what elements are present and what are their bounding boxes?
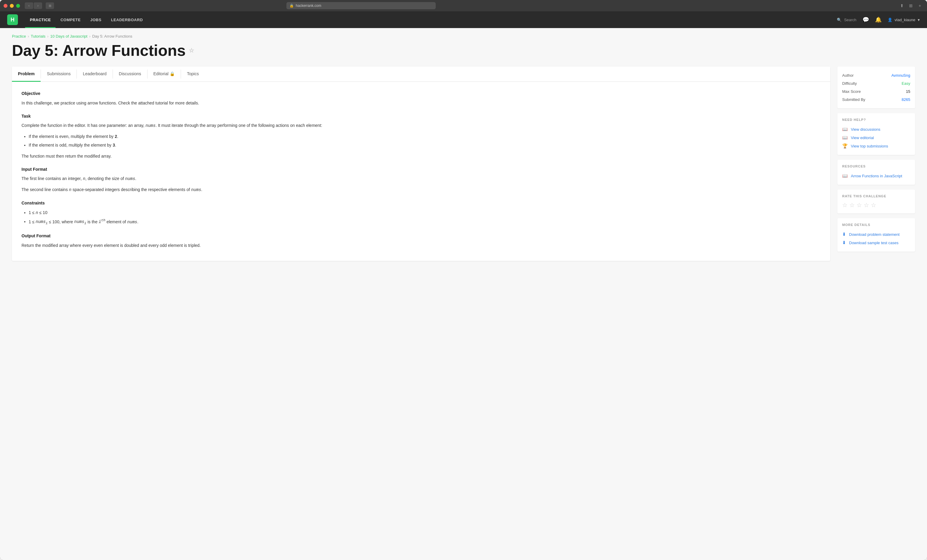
- author-value[interactable]: AvmnuSng: [892, 73, 910, 77]
- app-navbar: H PRACTICE COMPETE JOBS LEADERBOARD 🔍 Se…: [0, 11, 927, 28]
- meta-submitted-by-row: Submitted By 8265: [842, 96, 910, 103]
- favorite-star-icon[interactable]: ☆: [189, 47, 194, 54]
- sidebar-toggle-button[interactable]: ⊞: [46, 2, 54, 9]
- breadcrumb-practice[interactable]: Practice: [12, 34, 26, 38]
- editorial-icon: 📖: [842, 135, 848, 140]
- view-editorial-link[interactable]: 📖 View editorial: [842, 134, 910, 142]
- input-format-title: Input Format: [21, 166, 821, 173]
- difficulty-label: Difficulty: [842, 81, 857, 86]
- content-area: Problem Submissions Leaderboard Discussi…: [12, 67, 830, 261]
- back-button[interactable]: ‹: [25, 2, 33, 9]
- more-details-header: MORE DETAILS: [842, 223, 910, 226]
- page-title: Day 5: Arrow Functions: [12, 41, 186, 59]
- star-5[interactable]: ☆: [871, 202, 876, 209]
- main-layout: Problem Submissions Leaderboard Discussi…: [12, 67, 915, 261]
- breadcrumb-sep-1: ›: [28, 34, 29, 38]
- submitted-by-label: Submitted By: [842, 97, 865, 102]
- breadcrumb-10days[interactable]: 10 Days of Javascript: [50, 34, 87, 38]
- view-discussions-label: View discussions: [851, 127, 880, 132]
- share-button[interactable]: ⬆: [898, 2, 906, 9]
- constraint-2: 1 ≤ numsi ≤ 100, where numsi is the ith …: [29, 218, 821, 226]
- submitted-by-value[interactable]: 8265: [902, 97, 910, 102]
- nav-jobs[interactable]: JOBS: [85, 11, 106, 28]
- output-format-title: Output Format: [21, 232, 821, 240]
- forward-button[interactable]: ›: [34, 2, 42, 9]
- view-top-submissions-label: View top submissions: [851, 144, 888, 148]
- url-bar[interactable]: 🔒 hackerrank.com: [286, 2, 436, 9]
- minimize-window-button[interactable]: [10, 4, 14, 8]
- sidebar-meta-section: Author AvmnuSng Difficulty Easy Max Scor…: [837, 67, 915, 108]
- breadcrumb: Practice › Tutorials › 10 Days of Javasc…: [12, 34, 915, 38]
- arrow-functions-link[interactable]: 📖 Arrow Functions in JavaScript: [842, 171, 910, 180]
- resource-icon: 📖: [842, 173, 848, 179]
- resources-header: RESOURCES: [842, 164, 910, 168]
- star-4[interactable]: ☆: [864, 202, 869, 209]
- chevron-down-icon: ▾: [918, 18, 920, 22]
- input-format-line-1: The first line contains an integer, n, d…: [21, 175, 821, 183]
- tab-leaderboard[interactable]: Leaderboard: [77, 67, 112, 82]
- download-problem-label: Download problem statement: [849, 232, 900, 237]
- nav-leaderboard[interactable]: LEADERBOARD: [106, 11, 148, 28]
- main-nav: PRACTICE COMPETE JOBS LEADERBOARD: [25, 11, 147, 28]
- tab-submissions[interactable]: Submissions: [41, 67, 76, 82]
- task-bullet-1: If the element is even, multiply the ele…: [29, 133, 821, 141]
- notifications-button[interactable]: 🔔: [875, 17, 881, 23]
- sidebar-resources-section: RESOURCES 📖 Arrow Functions in JavaScrip…: [837, 160, 915, 185]
- download-cases-link[interactable]: ⬇ Download sample test cases: [842, 238, 910, 247]
- sidebar-need-help-section: NEED HELP? 📖 View discussions 📖 View edi…: [837, 113, 915, 155]
- tab-topics[interactable]: Topics: [181, 67, 205, 82]
- add-tab-button[interactable]: ⊞: [907, 2, 915, 9]
- problem-body: Objective In this challenge, we practice…: [12, 82, 830, 261]
- sidebar-more-details-section: MORE DETAILS ⬇ Download problem statemen…: [837, 218, 915, 252]
- tab-problem[interactable]: Problem: [12, 67, 41, 82]
- task-text: Complete the function in the editor. It …: [21, 122, 821, 129]
- title-bar: ‹ › ⊞ 🔒 hackerrank.com ⬆ ⊞ +: [0, 0, 927, 11]
- view-top-submissions-link[interactable]: 🏆 View top submissions: [842, 142, 910, 150]
- tabs-bar: Problem Submissions Leaderboard Discussi…: [12, 67, 830, 82]
- user-icon: 👤: [887, 18, 892, 22]
- page-title-row: Day 5: Arrow Functions ☆: [12, 41, 915, 59]
- task-title: Task: [21, 113, 821, 120]
- constraints-list: 1 ≤ n ≤ 10 1 ≤ numsi ≤ 100, where numsi …: [21, 209, 821, 226]
- view-discussions-link[interactable]: 📖 View discussions: [842, 125, 910, 134]
- breadcrumb-sep-2: ›: [47, 34, 49, 38]
- new-tab-button[interactable]: +: [916, 2, 923, 9]
- download-problem-link[interactable]: ⬇ Download problem statement: [842, 230, 910, 238]
- star-2[interactable]: ☆: [849, 202, 855, 209]
- page-content: Practice › Tutorials › 10 Days of Javasc…: [0, 28, 927, 560]
- maximize-window-button[interactable]: [16, 4, 20, 8]
- arrow-functions-label: Arrow Functions in JavaScript: [851, 174, 902, 178]
- rating-stars: ☆ ☆ ☆ ☆ ☆: [842, 202, 910, 209]
- download-cases-icon: ⬇: [842, 240, 846, 245]
- discussions-icon: 📖: [842, 127, 848, 132]
- search-label: Search: [844, 18, 856, 22]
- nav-practice[interactable]: PRACTICE: [25, 11, 56, 28]
- browser-toolbar-actions: ⬆ ⊞ +: [898, 2, 923, 9]
- tab-editorial[interactable]: Editorial 🔒: [147, 67, 181, 82]
- meta-max-score-row: Max Score 15: [842, 88, 910, 96]
- max-score-label: Max Score: [842, 89, 861, 94]
- download-cases-label: Download sample test cases: [849, 241, 898, 245]
- objective-title: Objective: [21, 90, 821, 97]
- rate-header: RATE THIS CHALLENGE: [842, 194, 910, 198]
- browser-nav-buttons: ‹ ›: [25, 2, 42, 9]
- search-box[interactable]: 🔍 Search: [837, 18, 856, 22]
- tab-discussions[interactable]: Discussions: [113, 67, 147, 82]
- user-menu[interactable]: 👤 vlad_kiaune ▾: [887, 18, 920, 22]
- nav-compete[interactable]: COMPETE: [56, 11, 85, 28]
- star-3[interactable]: ☆: [857, 202, 862, 209]
- lock-icon: 🔒: [289, 4, 294, 8]
- difficulty-value: Easy: [902, 81, 910, 86]
- messages-button[interactable]: 💬: [863, 17, 869, 23]
- max-score-value: 15: [906, 89, 910, 94]
- hackerrank-logo[interactable]: H: [7, 14, 18, 25]
- breadcrumb-tutorials[interactable]: Tutorials: [31, 34, 46, 38]
- task-bullet-2: If the element is odd, multiply the elem…: [29, 142, 821, 149]
- need-help-header: NEED HELP?: [842, 118, 910, 121]
- breadcrumb-current: Day 5: Arrow Functions: [92, 34, 132, 38]
- close-window-button[interactable]: [4, 4, 8, 8]
- task-footer: The function must then return the modifi…: [21, 153, 821, 160]
- meta-difficulty-row: Difficulty Easy: [842, 79, 910, 88]
- task-bullet-list: If the element is even, multiply the ele…: [21, 133, 821, 149]
- star-1[interactable]: ☆: [842, 202, 848, 209]
